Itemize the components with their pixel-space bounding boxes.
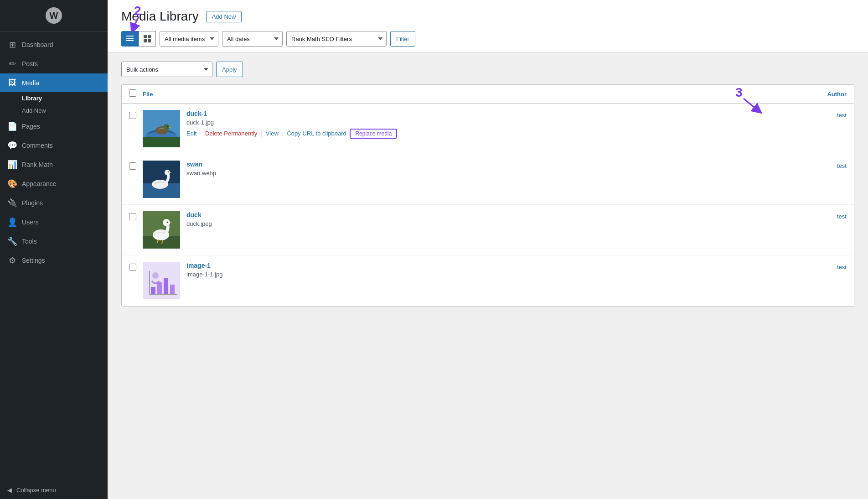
row-checkbox-container — [129, 161, 143, 172]
sidebar-item-pages[interactable]: 📄 Pages — [0, 117, 108, 136]
pages-icon: 📄 — [7, 121, 17, 131]
svg-point-32 — [152, 272, 159, 279]
dashboard-icon: ⊞ — [7, 40, 17, 50]
media-title-link[interactable]: duck — [186, 211, 792, 218]
media-thumbnail — [143, 211, 180, 249]
duck-1-thumbnail — [143, 110, 180, 147]
sidebar-submenu-add-new[interactable]: Add New — [0, 104, 108, 117]
row-info: duck-1 duck-1.jpg Edit | Delete Permanen… — [186, 110, 792, 139]
bulk-actions-select[interactable]: Bulk actions Delete Permanently — [121, 62, 212, 77]
media-filename: duck.jpeg — [186, 220, 792, 227]
row-checkbox[interactable] — [129, 162, 136, 170]
edit-link[interactable]: Edit — [186, 130, 196, 137]
tools-icon: 🔧 — [7, 236, 17, 246]
media-thumbnail — [143, 262, 180, 299]
media-table: File Author — [121, 84, 854, 307]
seo-filter[interactable]: Rank Math SEO Filters — [286, 31, 387, 47]
sidebar-item-plugins[interactable]: 🔌 Plugins — [0, 193, 108, 213]
row-checkbox[interactable] — [129, 264, 136, 271]
svg-point-21 — [168, 172, 169, 172]
svg-rect-3 — [126, 40, 134, 41]
row-checkbox[interactable] — [129, 112, 136, 119]
sidebar-item-appearance[interactable]: 🎨 Appearance — [0, 174, 108, 193]
page-title-row: Media Library Add New — [121, 9, 854, 24]
delete-link[interactable]: Delete Permanently — [205, 130, 257, 137]
sidebar-item-settings[interactable]: ⚙ Settings — [0, 251, 108, 270]
sidebar-item-label: Users — [22, 218, 39, 226]
add-new-button[interactable]: Add New — [206, 11, 242, 22]
media-title-link[interactable]: swan — [186, 161, 792, 168]
grid-view-button[interactable] — [139, 31, 156, 47]
media-submenu: Library Add New — [0, 92, 108, 117]
sidebar-item-label: Appearance — [22, 180, 57, 187]
svg-point-20 — [165, 170, 170, 175]
row-info: swan swan.webp — [186, 161, 792, 179]
media-filename: swan.webp — [186, 170, 792, 177]
table-row: duck duck.jpeg test — [122, 205, 854, 255]
row-author[interactable]: test — [792, 262, 847, 270]
sidebar-item-label: Rank Math — [22, 161, 53, 168]
table-row: duck-1 duck-1.jpg Edit | Delete Permanen… — [122, 104, 854, 154]
collapse-icon: ◀ — [7, 487, 12, 494]
list-view-icon — [126, 35, 134, 42]
row-author[interactable]: test — [792, 110, 847, 119]
view-link[interactable]: View — [266, 130, 279, 137]
sidebar-item-posts[interactable]: ✏ Posts — [0, 54, 108, 73]
sidebar-submenu-library[interactable]: Library — [0, 92, 108, 104]
row-checkbox[interactable] — [129, 213, 136, 220]
svg-point-15 — [167, 126, 168, 127]
svg-point-25 — [163, 219, 170, 226]
media-filename: image-1-1.jpg — [186, 271, 792, 278]
filter-button[interactable]: Filter — [390, 31, 415, 47]
table-row: image-1 image-1-1.jpg test — [122, 255, 854, 306]
svg-rect-30 — [164, 278, 168, 294]
appearance-icon: 🎨 — [7, 179, 17, 189]
media-thumbnail — [143, 161, 180, 198]
sidebar-item-label: Plugins — [22, 199, 43, 207]
replace-media-button[interactable]: Replace media — [350, 129, 397, 139]
row-author[interactable]: test — [792, 211, 847, 220]
sidebar-item-tools[interactable]: 🔧 Tools — [0, 232, 108, 251]
media-type-filter[interactable]: All media items Images Audio Video Docum… — [160, 31, 218, 47]
bulk-actions-row: Bulk actions Delete Permanently Apply — [121, 62, 854, 77]
users-icon: 👤 — [7, 217, 17, 227]
collapse-menu[interactable]: ◀ Collapse menu — [0, 481, 108, 499]
svg-rect-1 — [126, 36, 134, 36]
list-view-button[interactable] — [121, 31, 139, 47]
select-all-checkbox[interactable] — [129, 89, 136, 97]
row-author[interactable]: test — [792, 161, 847, 169]
sidebar-item-media[interactable]: 🖼 Media 1 — [0, 73, 108, 92]
sidebar-item-dashboard[interactable]: ⊞ Dashboard — [0, 35, 108, 54]
sidebar-item-label: Pages — [22, 123, 40, 130]
svg-rect-7 — [148, 39, 151, 42]
view-toggle: 2 — [121, 31, 156, 47]
grid-view-icon — [144, 35, 151, 42]
svg-point-26 — [167, 222, 168, 223]
copy-url-link[interactable]: Copy URL to clipboard — [287, 130, 346, 137]
svg-point-14 — [163, 124, 170, 130]
sidebar-item-label: Posts — [22, 60, 38, 68]
separator: | — [261, 130, 262, 137]
posts-icon: ✏ — [7, 59, 17, 69]
page-title: Media Library — [121, 9, 199, 24]
media-title-link[interactable]: duck-1 — [186, 110, 792, 117]
svg-rect-2 — [126, 38, 134, 39]
svg-rect-12 — [143, 137, 180, 147]
settings-icon: ⚙ — [7, 255, 17, 265]
table-header: File Author — [122, 85, 854, 104]
swan-thumbnail — [143, 161, 180, 198]
sidebar-item-label: Settings — [22, 257, 45, 264]
sidebar-item-rank-math[interactable]: 📊 Rank Math — [0, 155, 108, 174]
media-icon: 🖼 — [7, 78, 17, 88]
row-actions: Edit | Delete Permanently | View | Copy … — [186, 129, 792, 139]
separator: | — [200, 130, 202, 137]
sidebar-item-comments[interactable]: 💬 Comments — [0, 136, 108, 155]
plugins-icon: 🔌 — [7, 198, 17, 208]
apply-button[interactable]: Apply — [216, 62, 243, 77]
media-title-link[interactable]: image-1 — [186, 262, 792, 269]
svg-rect-5 — [148, 35, 151, 38]
wp-logo: W — [0, 0, 108, 31]
sidebar-item-users[interactable]: 👤 Users — [0, 213, 108, 232]
date-filter[interactable]: All dates 2024 January 2023 December — [222, 31, 283, 47]
table-row: swan swan.webp test — [122, 154, 854, 205]
